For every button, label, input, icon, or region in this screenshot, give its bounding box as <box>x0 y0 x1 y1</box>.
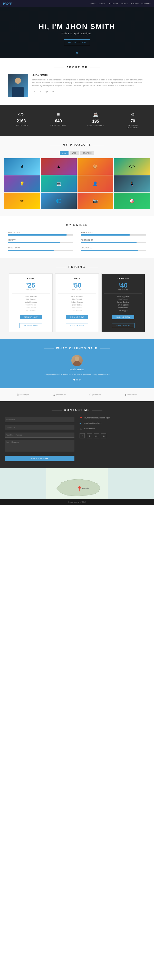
project-item[interactable]: 🎯 <box>114 192 150 209</box>
skill-label-bootstrap: BOOTSTRAP <box>81 247 146 249</box>
codecanyon-icon: {} <box>17 393 19 396</box>
contact-linkedin-icon[interactable]: in <box>101 433 106 438</box>
dot-2[interactable] <box>76 379 78 380</box>
nav-about[interactable]: ABOUT <box>99 3 106 5</box>
stat-number-projects: 640 <box>40 119 77 123</box>
pricing-title: PRICING <box>4 265 150 268</box>
social-twitter-icon[interactable]: t <box>38 89 43 94</box>
signup-button-pro-2[interactable]: Sign Up Now <box>66 323 88 328</box>
project-thumb-9: ✏ <box>4 192 40 209</box>
pricing-card-basic: BASIC $ 25 PER MONTH Faster Approvals Ma… <box>9 274 53 332</box>
hero-title: Hi, I'M JHON SMITH <box>5 22 149 31</box>
partner-themeforest: ◆ themeforest <box>125 393 137 396</box>
filter-graphic-button[interactable]: GRAPHIC <box>80 151 94 155</box>
plan-feature-pro-1: Faster Approvals <box>58 296 96 297</box>
signup-button-premium-1[interactable]: Sign Up Now <box>112 315 134 319</box>
skill-photoshop: PHOTOSHOP <box>81 239 146 243</box>
skill-html-css: HTML & CSS <box>8 231 73 235</box>
skill-bar-bg-illustrator <box>8 250 73 251</box>
plan-price-row-basic: $ 25 <box>12 282 50 289</box>
contact-facebook-icon[interactable]: f <box>80 433 85 438</box>
skill-bar-fill-photoshop <box>81 242 136 243</box>
hero-cta-button[interactable]: GET IN TOUCH <box>64 40 90 45</box>
project-thumb-11: 📷 <box>77 192 114 209</box>
plan-price-row-premium: $ 40 <box>104 282 142 289</box>
skill-illustrator: ILLUSTRATOR <box>8 247 73 251</box>
social-googleplus-icon[interactable]: g+ <box>45 89 49 94</box>
contact-address-item: 📍 29, Mrandira street, doudas, egypt <box>80 417 149 420</box>
social-linkedin-icon[interactable]: in <box>51 89 55 94</box>
signup-button-basic-2[interactable]: Sign Up Now <box>19 323 42 328</box>
project-thumb-2: ▲ <box>41 158 77 175</box>
plan-feature-premium-1: Faster Approvals <box>104 296 142 297</box>
project-thumb-6: 💻 <box>41 175 77 192</box>
projects-filters: ALL WEB GRAPHIC <box>4 151 150 155</box>
project-item[interactable]: ▲ <box>41 158 77 175</box>
about-bio: Lorem ipsum dolor sit amet, consectetur … <box>32 78 146 87</box>
project-thumb-8: 📱 <box>114 175 150 192</box>
skill-bar-bg-html <box>8 234 73 235</box>
project-item[interactable]: ✏ <box>4 192 40 209</box>
project-item[interactable]: 📱 <box>114 175 150 192</box>
themeforest-icon: ◆ <box>125 393 127 396</box>
contact-googleplus-icon[interactable]: g+ <box>94 433 99 438</box>
stat-number-coffee: 195 <box>77 119 114 124</box>
project-item[interactable]: </> <box>114 158 150 175</box>
graphicriver-icon: ▲ <box>53 393 55 396</box>
skill-bar-fill-jquery <box>8 242 60 243</box>
avatar-body <box>12 87 24 97</box>
testimonials-section: WHAT CLIENTS SAID Paulo Suarez he is per… <box>0 339 154 388</box>
dot-1[interactable] <box>74 379 75 380</box>
filter-all-button[interactable]: ALL <box>60 151 69 155</box>
social-facebook-icon[interactable]: f <box>32 89 37 94</box>
svg-text:Australia: Australia <box>82 487 88 489</box>
message-input[interactable] <box>5 440 74 452</box>
nav-skills[interactable]: SKILLS <box>121 3 128 5</box>
name-input[interactable] <box>5 417 74 422</box>
project-item[interactable]: 👤 <box>77 175 114 192</box>
nav-projects[interactable]: PROJECTS <box>108 3 118 5</box>
skills-section: MY SKILLS HTML & CSS JAVASCRIPT JQUERY P… <box>0 216 154 258</box>
happy-icon: ☺ <box>114 112 151 117</box>
testimonial-name: Paulo Suarez <box>8 368 146 371</box>
filter-web-button[interactable]: WEB <box>69 151 79 155</box>
dot-3[interactable] <box>79 379 80 380</box>
plan-feature-basic-4: Credit Options <box>12 304 50 306</box>
hero-section: Hi, I'M JHON SMITH Web & Graphic Designe… <box>0 7 154 58</box>
pricing-card-premium: PREMIUM $ 40 PER MONTH Faster Approvals … <box>101 274 145 332</box>
skill-label-html: HTML & CSS <box>8 231 73 233</box>
about-section: ABOUT ME JHON SMITH Lorem ipsum dolor si… <box>0 58 154 105</box>
contact-twitter-icon[interactable]: t <box>87 433 92 438</box>
partners-section: {} codecanyon ▲ graphicriver ⬡ photodune… <box>0 388 154 401</box>
stat-label-coffee: Cups Of Coffee <box>77 124 114 127</box>
signup-button-premium-2[interactable]: Sign Up Now <box>112 323 134 328</box>
about-image <box>8 74 28 97</box>
stats-section: </> 2168 Lines Of Code ≡ 640 Projects Do… <box>0 105 154 136</box>
project-item[interactable]: 🌐 <box>41 192 77 209</box>
stat-label-code: Lines Of Code <box>3 124 40 127</box>
project-item[interactable]: 📷 <box>77 192 114 209</box>
projects-title: MY PROJECTS <box>4 143 150 146</box>
plan-name-basic: BASIC <box>12 277 50 280</box>
contact-address-text: 29, Mrandira street, doudas, egypt <box>85 417 110 419</box>
plan-period-pro: PER MONTH <box>58 289 96 291</box>
email-input[interactable] <box>5 425 74 430</box>
project-item[interactable]: 💻 <box>41 175 77 192</box>
plan-feature-basic-5: Admin Access <box>12 307 50 309</box>
project-item[interactable]: 🖥 <box>4 158 40 175</box>
phone-input[interactable] <box>5 433 74 438</box>
nav-contact[interactable]: CONTACT <box>141 3 151 5</box>
skill-label-js: JAVASCRIPT <box>81 231 146 233</box>
pricing-cards: BASIC $ 25 PER MONTH Faster Approvals Ma… <box>4 274 150 332</box>
send-message-button[interactable]: SEND MESSAGE <box>5 456 74 461</box>
signup-button-pro-1[interactable]: Sign Up Now <box>66 315 88 319</box>
nav-links: HOME ABOUT PROJECTS SKILLS PRICING CONTA… <box>90 3 151 5</box>
skill-bar-bg-bootstrap <box>81 250 146 251</box>
nav-home[interactable]: HOME <box>90 3 96 5</box>
nav-pricing[interactable]: PRICING <box>131 3 139 5</box>
project-item[interactable]: 🎨 <box>77 158 114 175</box>
skill-bar-fill-js <box>81 234 130 235</box>
nav-logo: PROFF <box>3 2 12 5</box>
project-item[interactable]: 💡 <box>4 175 40 192</box>
signup-button-basic-1[interactable]: Sign Up Now <box>20 315 42 319</box>
